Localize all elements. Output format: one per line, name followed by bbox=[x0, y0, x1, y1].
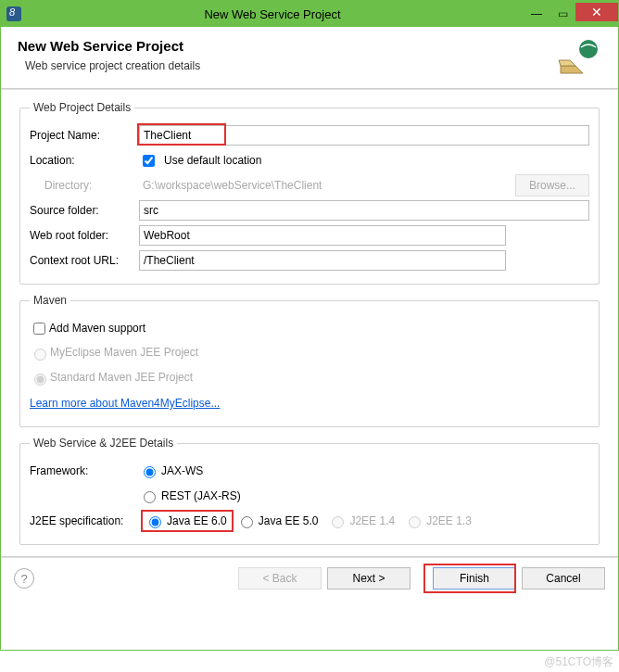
j2ee-spec-label: J2EE specification: bbox=[30, 514, 145, 527]
spec-j2ee14-radio bbox=[332, 516, 344, 528]
spec-ee6-radio[interactable] bbox=[149, 516, 161, 528]
web-root-folder-label: Web root folder: bbox=[30, 229, 139, 242]
location-label: Location: bbox=[30, 154, 139, 167]
maven-group: Maven Add Maven support MyEclipse Maven … bbox=[19, 294, 600, 427]
svg-point-0 bbox=[579, 40, 598, 58]
framework-rest-radio[interactable] bbox=[144, 491, 156, 503]
directory-input bbox=[139, 175, 510, 196]
source-folder-input[interactable] bbox=[139, 200, 589, 221]
use-default-location-checkbox[interactable] bbox=[143, 155, 155, 167]
web-project-details-group: Web Project Details Project Name: Locati… bbox=[19, 101, 600, 285]
context-root-url-label: Context root URL: bbox=[30, 254, 139, 267]
source-folder-label: Source folder: bbox=[30, 204, 139, 217]
group-legend: Web Service & J2EE Details bbox=[30, 437, 177, 450]
titlebar[interactable]: New Web Service Project — ▭ ✕ bbox=[1, 1, 618, 27]
minimize-button[interactable]: — bbox=[524, 5, 550, 23]
next-button[interactable]: Next > bbox=[327, 567, 411, 590]
wizard-icon bbox=[557, 38, 601, 79]
group-legend: Maven bbox=[30, 294, 70, 307]
maven-option2-radio bbox=[34, 374, 46, 386]
back-button: < Back bbox=[238, 567, 322, 590]
page-title: New Web Service Project bbox=[18, 38, 200, 54]
help-button[interactable]: ? bbox=[14, 568, 34, 589]
cancel-button[interactable]: Cancel bbox=[522, 567, 605, 590]
app-icon bbox=[6, 6, 21, 21]
browse-button: Browse... bbox=[515, 174, 589, 197]
add-maven-support-label: Add Maven support bbox=[49, 322, 145, 335]
maven-option1-radio bbox=[34, 349, 46, 361]
close-button[interactable]: ✕ bbox=[575, 3, 618, 21]
maximize-button[interactable]: ▭ bbox=[550, 5, 575, 23]
dialog-header: New Web Service Project Web service proj… bbox=[1, 27, 618, 88]
maven-learn-more-link[interactable]: Learn more about Maven4MyEclipse... bbox=[30, 397, 220, 410]
dialog-window: New Web Service Project — ▭ ✕ New Web Se… bbox=[0, 0, 619, 651]
group-legend: Web Project Details bbox=[30, 101, 134, 114]
spec-ee5-radio[interactable] bbox=[241, 516, 253, 528]
add-maven-support-checkbox[interactable] bbox=[33, 323, 45, 335]
directory-label: Directory: bbox=[30, 179, 139, 192]
framework-jaxws-radio[interactable] bbox=[144, 466, 156, 478]
framework-label: Framework: bbox=[30, 464, 139, 477]
project-name-label: Project Name: bbox=[30, 129, 139, 142]
use-default-location-label: Use default location bbox=[164, 154, 261, 167]
context-root-url-input[interactable] bbox=[139, 250, 506, 271]
project-name-input[interactable] bbox=[139, 125, 589, 146]
finish-button[interactable]: Finish bbox=[433, 567, 516, 590]
window-title: New Web Service Project bbox=[21, 7, 524, 21]
webservice-j2ee-group: Web Service & J2EE Details Framework: JA… bbox=[19, 437, 600, 545]
web-root-folder-input[interactable] bbox=[139, 225, 506, 246]
window-buttons: — ▭ ✕ bbox=[524, 5, 618, 23]
page-subtitle: Web service project creation details bbox=[18, 59, 200, 72]
spec-j2ee13-radio bbox=[409, 516, 421, 528]
watermark: @51CTO博客 bbox=[544, 654, 613, 670]
